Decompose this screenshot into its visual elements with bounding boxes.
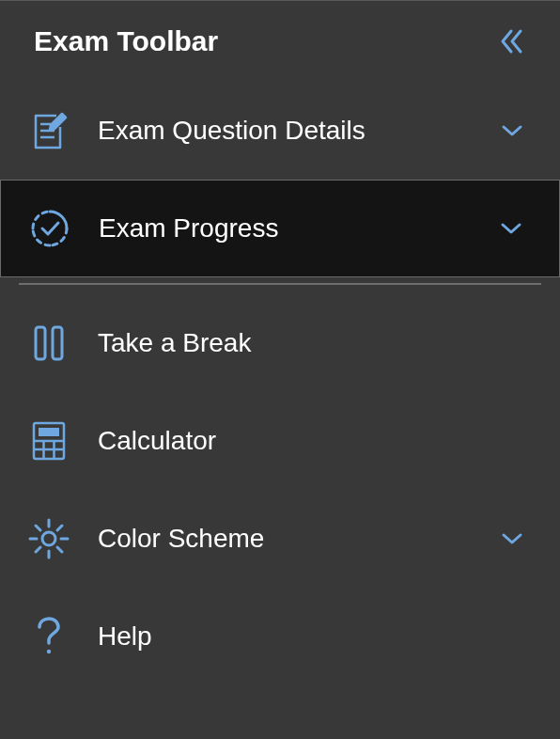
chevron-double-left-icon: [498, 27, 526, 55]
pause-icon: [23, 317, 75, 370]
svg-point-20: [47, 650, 51, 653]
menu-item-label: Color Scheme: [98, 524, 475, 554]
svg-line-18: [36, 547, 40, 552]
svg-rect-4: [53, 327, 62, 359]
menu-item-label: Take a Break: [98, 328, 475, 358]
exam-toolbar-panel: Exam Toolbar Exam Question Details: [0, 0, 560, 739]
menu-item-label: Exam Question Details: [98, 116, 475, 146]
svg-line-17: [57, 547, 62, 552]
toolbar-menu: Exam Question Details Exam Progress: [0, 82, 560, 685]
menu-item-color-scheme[interactable]: Color Scheme: [0, 490, 560, 588]
question-icon: [23, 610, 75, 663]
menu-item-label: Calculator: [98, 426, 475, 456]
menu-item-label: Exam Progress: [99, 213, 474, 244]
menu-item-label: Help: [98, 621, 475, 652]
progress-check-icon: [23, 202, 76, 255]
menu-item-exam-progress[interactable]: Exam Progress: [0, 180, 560, 277]
menu-item-help[interactable]: Help: [0, 588, 560, 685]
chevron-down-icon: [501, 124, 523, 137]
svg-rect-3: [36, 327, 45, 359]
svg-rect-6: [39, 428, 59, 436]
svg-line-19: [57, 526, 62, 530]
svg-line-16: [36, 526, 40, 530]
brightness-icon: [23, 512, 75, 565]
menu-item-calculator[interactable]: Calculator: [0, 392, 560, 490]
toolbar-title: Exam Toolbar: [34, 25, 218, 57]
svg-point-11: [42, 532, 55, 545]
calculator-icon: [23, 415, 75, 467]
document-edit-icon: [23, 104, 75, 157]
collapse-button[interactable]: [498, 27, 526, 55]
chevron-down-icon: [501, 532, 523, 545]
menu-item-take-break[interactable]: Take a Break: [0, 294, 560, 392]
menu-divider: [19, 283, 541, 285]
menu-item-exam-question-details[interactable]: Exam Question Details: [0, 82, 560, 180]
chevron-down-icon: [500, 222, 522, 235]
toolbar-header: Exam Toolbar: [0, 1, 560, 82]
